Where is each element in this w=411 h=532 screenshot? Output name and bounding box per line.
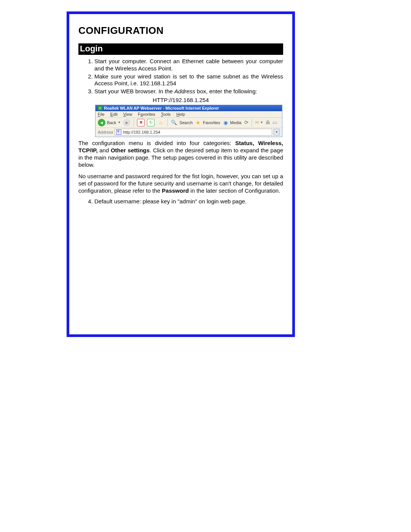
toolbar-separator-3: [252, 119, 252, 126]
refresh-button[interactable]: ↻: [147, 119, 155, 126]
paragraph-categories: The configuration menu is divided into f…: [78, 139, 283, 169]
steps-list-continued: Default username: please key in "admin" …: [78, 198, 283, 205]
address-label: Address: [98, 130, 113, 134]
browser-addressbar: Address http://192.168.1.254 ▾: [96, 128, 282, 137]
page: CONFIGURATION Login Start your computer.…: [0, 0, 411, 532]
search-label[interactable]: Search: [179, 120, 193, 125]
back-label: Back: [107, 120, 116, 125]
browser-menubar: File Edit View Favorites Tools Help: [96, 111, 282, 118]
address-dropdown-icon[interactable]: ▾: [274, 129, 280, 136]
edit-icon[interactable]: ▭: [272, 120, 277, 125]
step-2: Make sure your wired station is set to t…: [94, 73, 283, 88]
step-4: Default username: please key in "admin" …: [94, 198, 283, 205]
step-3-address-word: Address: [174, 88, 195, 94]
browser-title-text: Realtek WLAN AP Webserver - Microsoft In…: [104, 106, 219, 110]
history-icon[interactable]: ⟳: [244, 120, 249, 125]
page-icon: [116, 129, 121, 135]
step-3-prefix: Start your WEB browser. In the: [94, 88, 174, 94]
url-line: HTTP://192.168.1.254: [78, 97, 283, 103]
toolbar-separator-1: [134, 119, 134, 126]
para1-t2: and: [98, 147, 111, 153]
forward-button[interactable]: ►: [123, 119, 131, 126]
menu-tools[interactable]: Tools: [161, 112, 171, 117]
paragraph-password: No username and password required for th…: [78, 173, 283, 195]
document-body: CONFIGURATION Login Start your computer.…: [69, 14, 292, 334]
mail-icon[interactable]: ✉: [255, 120, 259, 125]
ie-icon: [98, 106, 102, 110]
para2-t2: in the later section of Configuration.: [189, 187, 280, 194]
address-value: http://192.168.1.254: [123, 130, 160, 134]
step-3-suffix: box, enter the following:: [195, 88, 257, 94]
para2-b1: Password: [162, 187, 189, 194]
media-label[interactable]: Media: [230, 120, 242, 125]
menu-view[interactable]: View: [123, 112, 132, 117]
address-field[interactable]: http://192.168.1.254: [115, 129, 272, 136]
mail-dropdown-icon[interactable]: ▼: [260, 121, 263, 124]
step-1: Start your computer. Connect an Ethernet…: [94, 58, 283, 72]
favorites-icon: ★: [196, 120, 201, 126]
menu-file[interactable]: File: [98, 112, 105, 117]
search-icon: 🔍: [171, 120, 177, 125]
para1-t1: The configuration menu is divided into f…: [78, 140, 235, 146]
para1-b2: Other settings: [111, 147, 150, 153]
favorites-label[interactable]: Favorites: [203, 120, 220, 125]
page-title: CONFIGURATION: [78, 25, 283, 37]
media-icon: ◉: [223, 120, 228, 126]
menu-favorites[interactable]: Favorites: [138, 112, 155, 117]
home-button[interactable]: ⌂: [157, 119, 164, 126]
address-label-text: Address: [98, 130, 113, 134]
print-icon[interactable]: 🖶: [265, 120, 270, 125]
back-button[interactable]: ◄: [98, 119, 105, 126]
document-frame: CONFIGURATION Login Start your computer.…: [67, 11, 295, 337]
menu-help[interactable]: Help: [176, 112, 185, 117]
browser-titlebar: Realtek WLAN AP Webserver - Microsoft In…: [96, 105, 282, 111]
back-dropdown-icon[interactable]: ▼: [118, 121, 121, 124]
stop-button[interactable]: ✖: [137, 119, 145, 126]
section-heading-login: Login: [78, 43, 283, 55]
step-3: Start your WEB browser. In the Address b…: [94, 88, 283, 95]
toolbar-separator-2: [167, 119, 168, 126]
steps-list: Start your computer. Connect an Ethernet…: [78, 58, 283, 95]
menu-edit[interactable]: Edit: [110, 112, 118, 117]
browser-toolbar: ◄ Back ▼ ► ✖ ↻ ⌂ 🔍 Search ★ Favorites ◉ …: [96, 118, 282, 128]
browser-screenshot: Realtek WLAN AP Webserver - Microsoft In…: [95, 105, 282, 137]
